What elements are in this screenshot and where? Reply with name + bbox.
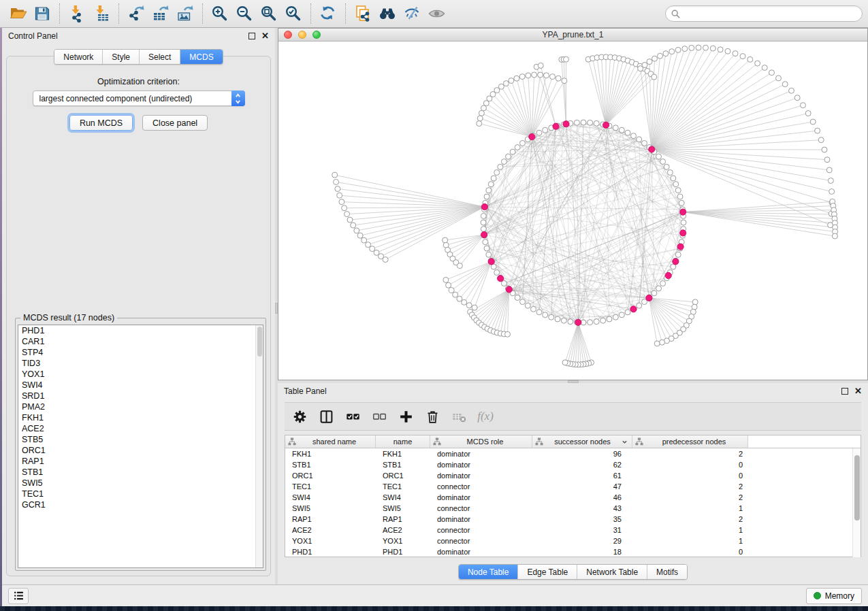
export-image-icon (176, 5, 194, 22)
find-icon (379, 5, 396, 22)
table-row-STB1[interactable]: STB1STB1dominator620 (285, 459, 861, 470)
table-row-SWI5[interactable]: SWI5SWI5connector431 (285, 503, 861, 514)
cell-predecessor-nodes: 1 (632, 525, 748, 535)
save-session-button[interactable] (30, 2, 54, 25)
export-table-button[interactable] (148, 2, 173, 25)
search-box[interactable] (665, 5, 863, 22)
float-table-panel-icon[interactable] (841, 388, 848, 395)
columns-icon (319, 410, 334, 424)
import-network-button[interactable] (65, 2, 89, 25)
task-history-button[interactable] (8, 588, 29, 604)
table-row-TEC1[interactable]: TEC1TEC1connector472 (285, 481, 861, 492)
mcds-list-scrollbar[interactable] (255, 325, 263, 567)
export-network-button[interactable] (124, 2, 148, 25)
tab-select[interactable]: Select (140, 50, 180, 64)
cell-successor-nodes: 62 (532, 459, 632, 470)
function-button[interactable]: f(x) (477, 408, 494, 425)
column-type-icon (535, 437, 543, 446)
sort-menu-icon[interactable] (622, 439, 628, 445)
table-row-FKH1[interactable]: FKH1FKH1dominator962 (285, 448, 861, 459)
delete-column-button[interactable] (451, 408, 467, 425)
search-input[interactable] (684, 9, 856, 18)
tab-network[interactable]: Network (54, 50, 103, 64)
tab-style[interactable]: Style (103, 50, 140, 64)
tab-edge-table[interactable]: Edge Table (518, 565, 577, 579)
tab-network-table[interactable]: Network Table (577, 565, 647, 579)
float-panel-icon[interactable] (248, 33, 255, 39)
network-view[interactable] (278, 42, 867, 380)
mcds-result-node[interactable]: YOX1 (18, 369, 263, 380)
trash-icon (425, 410, 440, 424)
export-image-button[interactable] (173, 2, 197, 25)
column-header-successor-nodes[interactable]: successor nodes (532, 435, 632, 448)
mcds-result-node[interactable]: STP4 (18, 347, 263, 358)
close-table-panel-icon[interactable]: ✕ (854, 388, 862, 395)
refresh-button[interactable] (316, 2, 340, 25)
memory-button[interactable]: Memory (806, 588, 862, 604)
mcds-result-node[interactable]: CAR1 (18, 336, 263, 347)
open-session-button[interactable] (5, 2, 30, 25)
mcds-result-node[interactable]: STB5 (18, 434, 263, 445)
show-all-button[interactable] (424, 2, 449, 25)
trash-button[interactable] (424, 408, 440, 425)
zoom-in-button[interactable] (208, 2, 232, 25)
cell-predecessor-nodes: 0 (632, 546, 748, 557)
close-panel-button[interactable]: Close panel (142, 115, 208, 131)
close-panel-icon[interactable]: ✕ (261, 33, 269, 39)
mcds-result-node[interactable]: TEC1 (18, 489, 263, 499)
column-header-MCDS-role[interactable]: MCDS role (430, 435, 532, 448)
cell-MCDS-role: connector (430, 535, 532, 546)
mcds-result-node[interactable]: TID3 (18, 358, 263, 369)
select-all-button[interactable] (344, 408, 361, 425)
cell-successor-nodes: 35 (532, 514, 632, 525)
mcds-result-node[interactable]: RAP1 (18, 456, 263, 467)
mcds-result-node[interactable]: SWI4 (18, 380, 263, 391)
columns-button[interactable] (318, 408, 334, 425)
gear-button[interactable] (291, 408, 308, 425)
cell-shared-name: STB1 (285, 459, 376, 470)
zoom-selected-button[interactable] (281, 2, 306, 25)
table-row-YOX1[interactable]: YOX1YOX1connector291 (285, 535, 861, 546)
search-icon (671, 10, 680, 18)
mcds-result-node[interactable]: FKH1 (18, 412, 263, 423)
mcds-result-node[interactable]: ACE2 (18, 423, 263, 434)
table-row-ORC1[interactable]: ORC1ORC1dominator610 (285, 470, 861, 481)
zoom-out-icon (236, 5, 253, 22)
deselect-all-button[interactable] (371, 408, 387, 425)
mcds-result-node[interactable]: SWI5 (18, 478, 263, 489)
table-row-ACE2[interactable]: ACE2ACE2connector311 (285, 525, 861, 535)
column-header-predecessor-nodes[interactable]: predecessor nodes (632, 435, 748, 448)
mcds-result-node[interactable]: PMA2 (18, 401, 263, 412)
mcds-result-node[interactable]: ORC1 (18, 445, 263, 456)
tab-node-table[interactable]: Node Table (459, 565, 519, 579)
close-window-icon[interactable] (284, 31, 292, 39)
mcds-result-list[interactable]: PHD1CAR1STP4TID3YOX1SWI4SRD1PMA2FKH1ACE2… (18, 325, 263, 568)
column-header-shared-name[interactable]: shared name (285, 435, 376, 448)
column-header-name[interactable]: name (376, 435, 430, 448)
zoom-out-button[interactable] (232, 2, 257, 25)
cell-name: STB1 (376, 459, 430, 470)
tab-motifs[interactable]: Motifs (647, 565, 687, 579)
network-window-titlebar[interactable]: YPA_prune.txt_1 (278, 29, 867, 42)
table-row-RAP1[interactable]: RAP1RAP1dominator352 (285, 514, 861, 525)
clipboard-network-button[interactable] (351, 2, 375, 25)
import-table-button[interactable] (89, 2, 114, 25)
tab-mcds[interactable]: MCDS (180, 50, 222, 64)
table-row-PHD1[interactable]: PHD1PHD1dominator180 (285, 546, 861, 557)
mcds-result-node[interactable]: GCR1 (18, 499, 263, 510)
optimization-criterion-select[interactable]: largest connected component (undirected) (33, 90, 245, 106)
add-button[interactable] (398, 408, 414, 425)
hide-unselected-button[interactable] (400, 2, 424, 25)
table-scrollbar[interactable] (852, 448, 861, 557)
minimize-window-icon[interactable] (298, 31, 306, 39)
find-button[interactable] (375, 2, 400, 25)
mcds-result-node[interactable]: SRD1 (18, 391, 263, 401)
mcds-result-node[interactable]: PHD1 (18, 325, 263, 336)
table-row-SWI4[interactable]: SWI4SWI4dominator462 (285, 492, 861, 503)
cell-MCDS-role: dominator (430, 448, 532, 459)
maximize-window-icon[interactable] (312, 31, 321, 39)
run-mcds-button[interactable]: Run MCDS (69, 115, 133, 131)
cell-shared-name: FKH1 (285, 448, 376, 459)
mcds-result-node[interactable]: STB1 (18, 467, 263, 478)
zoom-fit-button[interactable] (257, 2, 281, 25)
